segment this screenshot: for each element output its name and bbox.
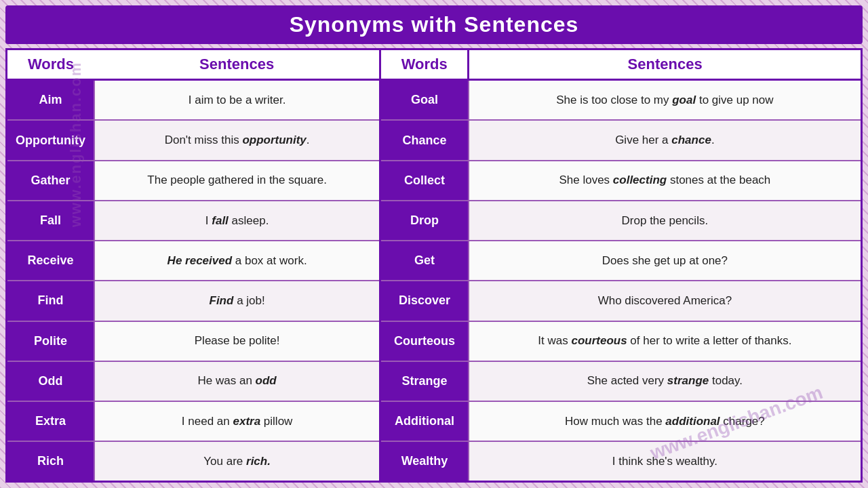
sentence-left: He received a box at work. (94, 241, 380, 281)
word-right: Additional (380, 401, 469, 441)
sentence-left: You are rich. (94, 441, 380, 481)
header-sentences-left: Sentences (94, 50, 380, 80)
page-title: Synonyms with Sentences (19, 12, 849, 37)
sentence-left: I need an extra pillow (94, 401, 380, 441)
table-row: ReceiveHe received a box at work.GetDoes… (7, 241, 861, 281)
word-right: Chance (380, 120, 469, 160)
header-words-left: Words (7, 50, 94, 80)
word-right: Wealthy (380, 441, 469, 481)
table-row: PolitePlease be polite!CourteousIt was c… (7, 321, 861, 361)
table-row: AimI aim to be a writer.GoalShe is too c… (7, 80, 861, 121)
word-left: Opportunity (7, 120, 94, 160)
sentence-left: The people gathered in the square. (94, 161, 380, 201)
sentence-left: He was an odd (94, 361, 380, 401)
table-row: RichYou are rich.WealthyI think she's we… (7, 441, 861, 481)
sentence-left: Find a job! (94, 281, 380, 321)
word-right: Courteous (380, 321, 469, 361)
sentence-right: She loves collecting stones at the beach (469, 161, 861, 201)
sentence-right: I think she's wealthy. (469, 441, 861, 481)
table-container: Words Sentences Words Sentences AimI aim… (5, 48, 863, 483)
synonyms-table: Words Sentences Words Sentences AimI aim… (7, 50, 861, 481)
word-right: Discover (380, 281, 469, 321)
table-row: FindFind a job!DiscoverWho discovered Am… (7, 281, 861, 321)
word-left: Aim (7, 80, 94, 121)
sentence-right: Does she get up at one? (469, 241, 861, 281)
table-row: ExtraI need an extra pillowAdditionalHow… (7, 401, 861, 441)
sentence-right: She is too close to my goal to give up n… (469, 80, 861, 121)
word-right: Drop (380, 201, 469, 241)
word-left: Rich (7, 441, 94, 481)
word-left: Fall (7, 201, 94, 241)
word-left: Odd (7, 361, 94, 401)
sentence-left: I fall asleep. (94, 201, 380, 241)
table-body: AimI aim to be a writer.GoalShe is too c… (7, 80, 861, 481)
sentence-right: Give her a chance. (469, 120, 861, 160)
page-wrapper: www.englishan.com www.englishan.com Syno… (0, 0, 868, 488)
table-header-row: Words Sentences Words Sentences (7, 50, 861, 80)
table-row: OpportunityDon't miss this opportunity.C… (7, 120, 861, 160)
word-right: Strange (380, 361, 469, 401)
sentence-right: Who discovered America? (469, 281, 861, 321)
sentence-right: It was courteous of her to write a lette… (469, 321, 861, 361)
word-left: Find (7, 281, 94, 321)
word-right: Get (380, 241, 469, 281)
sentence-right: How much was the additional charge? (469, 401, 861, 441)
header-sentences-right: Sentences (469, 50, 861, 80)
sentence-left: I aim to be a writer. (94, 80, 380, 121)
sentence-left: Don't miss this opportunity. (94, 120, 380, 160)
table-row: GatherThe people gathered in the square.… (7, 161, 861, 201)
word-right: Goal (380, 80, 469, 121)
word-left: Gather (7, 161, 94, 201)
sentence-right: She acted very strange today. (469, 361, 861, 401)
word-left: Polite (7, 321, 94, 361)
word-left: Extra (7, 401, 94, 441)
header-words-right: Words (380, 50, 469, 80)
sentence-left: Please be polite! (94, 321, 380, 361)
word-left: Receive (7, 241, 94, 281)
sentence-right: Drop the pencils. (469, 201, 861, 241)
word-right: Collect (380, 161, 469, 201)
table-row: FallI fall asleep.DropDrop the pencils. (7, 201, 861, 241)
table-row: OddHe was an oddStrangeShe acted very st… (7, 361, 861, 401)
title-bar: Synonyms with Sentences (5, 5, 863, 44)
